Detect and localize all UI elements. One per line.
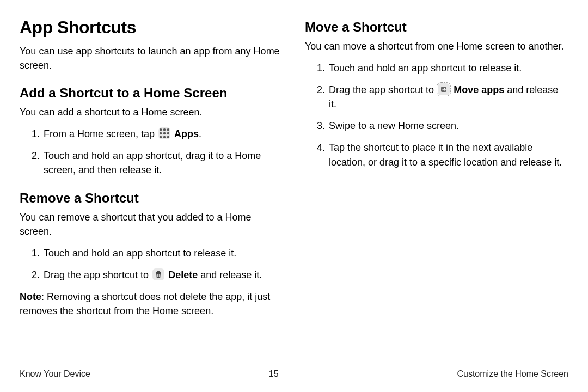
text: .	[199, 128, 201, 139]
move-step-2: Drag the app shortcut to Move apps and r…	[328, 83, 568, 111]
page-footer: Know Your Device 15 Customize the Home S…	[20, 365, 568, 379]
svg-point-7	[163, 136, 166, 138]
svg-point-6	[160, 136, 162, 138]
svg-point-5	[167, 132, 169, 134]
svg-point-1	[163, 128, 166, 131]
text: and release it.	[198, 270, 262, 280]
content-columns: App Shortcuts You can use app shortcuts …	[20, 17, 568, 365]
move-desc: You can move a shortcut from one Home sc…	[305, 39, 568, 53]
svg-point-2	[167, 128, 169, 131]
svg-point-8	[167, 136, 169, 138]
delete-label: Delete	[168, 270, 198, 280]
apps-grid-icon	[158, 127, 170, 139]
svg-point-0	[160, 128, 162, 131]
text: Drag the app shortcut to	[329, 84, 437, 95]
move-step-1: Touch and hold an app shortcut to releas…	[328, 61, 568, 75]
move-steps: Touch and hold an app shortcut to releas…	[305, 61, 568, 169]
text: Drag the app shortcut to	[44, 270, 151, 280]
svg-point-4	[163, 132, 166, 134]
left-column: App Shortcuts You can use app shortcuts …	[20, 17, 283, 365]
move-step-4: Tap the shortcut to place it in the next…	[328, 140, 568, 169]
move-heading: Move a Shortcut	[305, 20, 568, 35]
move-apps-icon	[438, 83, 450, 95]
trash-icon	[152, 268, 164, 280]
add-steps: From a Home screen, tap Apps. Touch and …	[20, 127, 283, 177]
remove-step-1: Touch and hold an app shortcut to releas…	[42, 246, 283, 260]
svg-rect-11	[157, 274, 158, 277]
text: From a Home screen, tap	[44, 128, 157, 139]
add-step-2: Touch and hold an app shortcut, drag it …	[42, 149, 283, 177]
remove-heading: Remove a Shortcut	[20, 191, 283, 206]
note-label: Note	[20, 291, 41, 302]
remove-steps: Touch and hold an app shortcut to releas…	[20, 246, 283, 282]
remove-step-2: Drag the app shortcut to Delete and rele…	[42, 268, 283, 282]
intro-text: You can use app shortcuts to launch an a…	[20, 44, 283, 72]
add-step-1: From a Home screen, tap Apps.	[42, 127, 283, 141]
svg-rect-12	[159, 274, 160, 277]
add-desc: You can add a shortcut to a Home screen.	[20, 105, 283, 119]
remove-desc: You can remove a shortcut that you added…	[20, 210, 283, 238]
footer-right: Customize the Home Screen	[457, 369, 568, 379]
svg-rect-10	[157, 271, 160, 272]
move-step-3: Swipe to a new Home screen.	[328, 119, 568, 133]
add-heading: Add a Shortcut to a Home Screen	[20, 85, 283, 101]
right-column: Move a Shortcut You can move a shortcut …	[305, 17, 568, 365]
footer-page-number: 15	[269, 369, 279, 379]
move-apps-label: Move apps	[454, 84, 504, 95]
remove-note: Note: Removing a shortcut does not delet…	[20, 290, 283, 318]
note-body: : Removing a shortcut does not delete th…	[20, 291, 270, 316]
manual-page: App Shortcuts You can use app shortcuts …	[0, 0, 588, 392]
svg-rect-9	[156, 272, 161, 273]
svg-point-3	[160, 132, 162, 134]
footer-left: Know Your Device	[20, 369, 90, 379]
page-title: App Shortcuts	[20, 17, 283, 38]
apps-label: Apps	[174, 128, 199, 139]
